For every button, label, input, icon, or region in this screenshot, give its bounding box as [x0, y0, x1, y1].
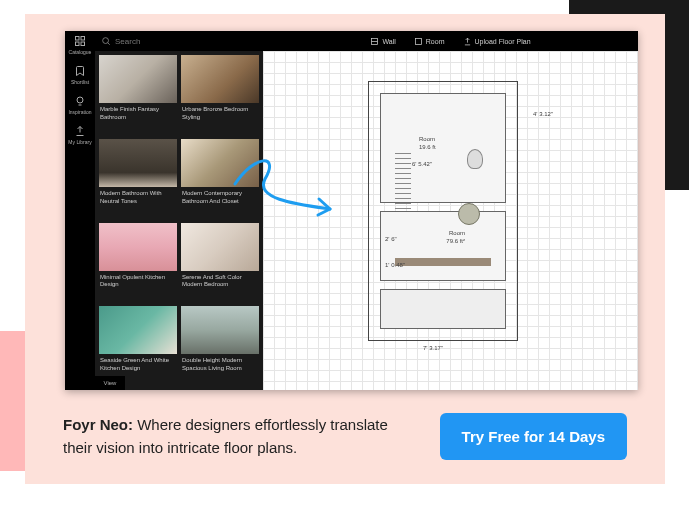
catalog-item[interactable]: Serene And Soft Color Modern Bedroom	[181, 223, 259, 303]
app-window: Catalogue Shortlist Inspiration My Libra…	[65, 31, 638, 390]
catalog-thumbnail	[99, 306, 177, 354]
catalog-item[interactable]: Modern Contemporary Bathroom And Closet	[181, 139, 259, 219]
cta-button[interactable]: Try Free for 14 Days	[440, 413, 627, 460]
main-container: Catalogue Shortlist Inspiration My Libra…	[25, 14, 665, 484]
sidebar-item-catalogue[interactable]: Catalogue	[69, 35, 92, 55]
toolbar-wall[interactable]: Wall	[370, 37, 395, 46]
catalog-item[interactable]: Double Height Modern Spacious Living Roo…	[181, 306, 259, 386]
svg-rect-3	[81, 42, 85, 46]
sidebar-label: Catalogue	[69, 49, 92, 55]
toolbar-label: Wall	[382, 38, 395, 45]
dimension-label: 2' 6"	[385, 236, 397, 242]
toolbar-room[interactable]: Room	[414, 37, 445, 46]
sidebar-label: Inspiration	[68, 109, 91, 115]
floorplan-room[interactable]	[380, 289, 506, 329]
search-input[interactable]	[115, 37, 257, 46]
top-toolbar: Wall Room Upload Floor Plan	[263, 31, 638, 51]
catalog-item[interactable]: Marble Finish Fantasy Bathroom	[99, 55, 177, 135]
svg-rect-0	[75, 37, 79, 41]
floorplan-room[interactable]: Room 79.6 ft² 2' 6" 1' 0.48"	[380, 211, 506, 281]
toolbar-label: Upload Floor Plan	[475, 38, 531, 45]
floorplan-toilet	[467, 149, 483, 169]
sidebar-item-mylibrary[interactable]: My Library	[68, 125, 91, 145]
catalog-thumbnail	[99, 139, 177, 187]
search-bar	[95, 31, 263, 51]
catalog-thumbnail	[181, 55, 259, 103]
svg-point-4	[77, 97, 83, 103]
sidebar-label: Shortlist	[71, 79, 89, 85]
catalog-label: Urbane Bronze Bedroom Styling	[181, 103, 259, 125]
catalog-item[interactable]: Urbane Bronze Bedroom Styling	[181, 55, 259, 135]
floorplan-room[interactable]: Room 19.6 ft	[380, 93, 506, 203]
toolbar-upload[interactable]: Upload Floor Plan	[463, 37, 531, 46]
catalog-thumbnail	[181, 306, 259, 354]
floorplan-stairs	[395, 149, 411, 209]
dimension-label: 7' 3.17"	[423, 345, 443, 351]
dimension-label: 1' 0.48"	[385, 262, 405, 268]
dimension-label: 4' 3.12"	[533, 111, 553, 117]
search-icon	[101, 36, 111, 46]
promo-section: Foyr Neo: Where designers effortlessly t…	[63, 413, 627, 460]
promo-brand: Foyr Neo:	[63, 416, 133, 433]
wall-icon	[370, 37, 379, 46]
sidebar-item-inspiration[interactable]: Inspiration	[68, 95, 91, 115]
svg-line-7	[108, 43, 110, 45]
floorplan-counter	[395, 258, 491, 266]
svg-point-6	[103, 38, 109, 44]
upload-icon	[74, 125, 86, 137]
toolbar-label: Room	[426, 38, 445, 45]
catalog-label: Serene And Soft Color Modern Bedroom	[181, 271, 259, 293]
sidebar-item-shortlist[interactable]: Shortlist	[71, 65, 89, 85]
sidebar-label: My Library	[68, 139, 91, 145]
catalog-thumbnail	[99, 223, 177, 271]
svg-rect-2	[75, 42, 79, 46]
catalog-panel: Marble Finish Fantasy Bathroom Urbane Br…	[95, 31, 263, 390]
room-icon	[414, 37, 423, 46]
room-dimension: 19.6 ft	[419, 144, 436, 150]
catalog-item[interactable]: Seaside Green And White Kitchen Design	[99, 306, 177, 386]
floorplan-sink	[458, 203, 480, 225]
catalog-label: Modern Contemporary Bathroom And Closet	[181, 187, 259, 209]
catalog-label: Minimal Opulent Kitchen Design	[99, 271, 177, 293]
room-label: Room	[419, 136, 435, 142]
view-button[interactable]: View	[95, 376, 125, 390]
catalog-label: Marble Finish Fantasy Bathroom	[99, 103, 177, 125]
bookmark-icon	[74, 65, 86, 77]
grid-icon	[74, 35, 86, 47]
catalog-label: Modern Bathroom With Neutral Tones	[99, 187, 177, 209]
room-label: Room	[449, 230, 465, 236]
svg-rect-10	[415, 38, 421, 44]
left-sidebar: Catalogue Shortlist Inspiration My Libra…	[65, 31, 95, 390]
catalog-item[interactable]: Modern Bathroom With Neutral Tones	[99, 139, 177, 219]
catalog-item[interactable]: Minimal Opulent Kitchen Design	[99, 223, 177, 303]
promo-text: Foyr Neo: Where designers effortlessly t…	[63, 414, 420, 459]
svg-rect-1	[81, 37, 85, 41]
floorplan[interactable]: Room 19.6 ft Room 79.6 ft² 2' 6" 1' 0.48…	[368, 81, 518, 341]
upload-icon	[463, 37, 472, 46]
catalog-grid: Marble Finish Fantasy Bathroom Urbane Br…	[95, 51, 263, 390]
dimension-label: 6' 5.42"	[412, 161, 432, 167]
catalog-label: Seaside Green And White Kitchen Design	[99, 354, 177, 376]
canvas-area[interactable]: Room 19.6 ft Room 79.6 ft² 2' 6" 1' 0.48…	[263, 51, 638, 390]
catalog-label: Double Height Modern Spacious Living Roo…	[181, 354, 259, 376]
room-area: 79.6 ft²	[446, 238, 465, 244]
catalog-thumbnail	[181, 223, 259, 271]
lightbulb-icon	[74, 95, 86, 107]
catalog-thumbnail	[181, 139, 259, 187]
catalog-thumbnail	[99, 55, 177, 103]
